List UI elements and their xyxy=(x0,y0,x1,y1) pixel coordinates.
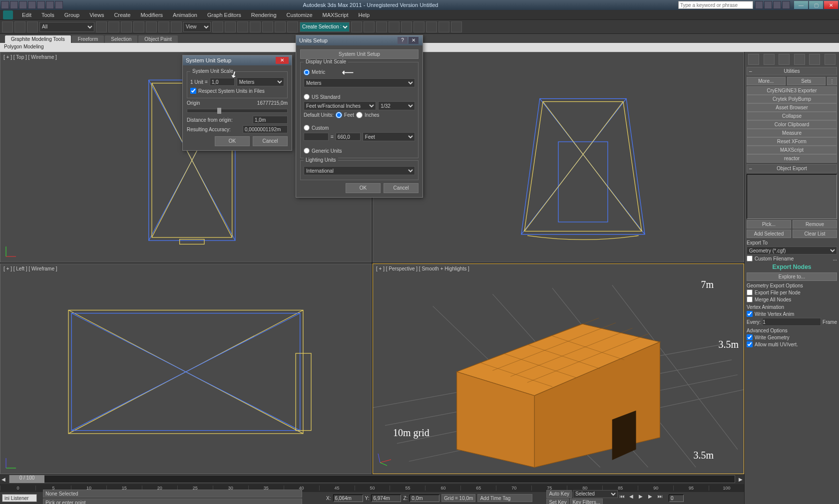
named-selection-dropdown[interactable]: Create Selection Se xyxy=(300,22,350,32)
nav-zoom-extents-icon[interactable] xyxy=(705,494,714,503)
units-dialog-help-button[interactable]: ? xyxy=(398,37,408,44)
cmd-display-icon[interactable] xyxy=(809,54,820,65)
coord-x[interactable]: 6,064m xyxy=(333,495,363,502)
util-color-clipboard[interactable]: Color Clipboard xyxy=(747,120,837,129)
curve-editor-icon[interactable] xyxy=(389,21,400,32)
tab-object-paint[interactable]: Object Paint xyxy=(138,35,177,43)
qat-new-icon[interactable] xyxy=(10,1,18,9)
menu-help[interactable]: Help xyxy=(355,11,374,19)
export-format-dropdown[interactable]: Geometry (*.cgf) xyxy=(747,247,837,254)
nav-orbit-icon[interactable] xyxy=(724,494,733,503)
rollout-object-export[interactable]: Object Export xyxy=(747,164,837,173)
cmd-create-icon[interactable] xyxy=(748,54,759,65)
mini-listener[interactable]: ini Listener xyxy=(2,494,37,502)
next-frame-icon[interactable]: ▶ xyxy=(648,494,657,503)
custom-unit-value-input[interactable] xyxy=(336,133,361,141)
util-reset-xform[interactable]: Reset XForm xyxy=(747,137,837,146)
export-nodes-button[interactable]: Export Nodes xyxy=(747,263,837,270)
util-reactor[interactable]: reactor xyxy=(747,154,837,163)
window-crossing-icon[interactable] xyxy=(133,21,144,32)
lock-selection-icon[interactable] xyxy=(304,494,313,503)
selection-filter-dropdown[interactable]: All xyxy=(39,22,94,32)
unit-type-dropdown[interactable]: Meters xyxy=(237,77,284,86)
default-inches-radio[interactable] xyxy=(356,112,363,118)
util-measure[interactable]: Measure xyxy=(747,129,837,137)
cmd-hierarchy-icon[interactable] xyxy=(779,54,790,65)
generic-units-radio[interactable] xyxy=(304,148,310,154)
select-region-icon[interactable] xyxy=(121,21,132,32)
snap-toggle-icon[interactable] xyxy=(250,21,261,32)
coord-y[interactable]: 6,974m xyxy=(371,495,401,502)
tab-selection[interactable]: Selection xyxy=(105,35,137,43)
util-maxscript[interactable]: MAXScript xyxy=(747,146,837,154)
goto-start-icon[interactable]: ⏮ xyxy=(620,494,629,503)
schematic-view-icon[interactable] xyxy=(401,21,412,32)
rotate-icon[interactable] xyxy=(158,21,169,32)
util-cryengine-exporter[interactable]: CryENGINE3 Exporter xyxy=(747,86,837,95)
time-slider[interactable]: ◀ 0 / 100 ▶ xyxy=(0,474,744,484)
cmd-modify-icon[interactable] xyxy=(764,54,775,65)
menu-tools[interactable]: Tools xyxy=(37,11,58,19)
menu-create[interactable]: Create xyxy=(110,11,134,19)
pick-button[interactable]: Pick... xyxy=(747,220,791,229)
explore-to-button[interactable]: Explore to... xyxy=(747,272,837,281)
app-menu-icon[interactable] xyxy=(1,1,9,9)
qat-save-icon[interactable] xyxy=(28,1,36,9)
metric-unit-dropdown[interactable]: Meters xyxy=(304,78,415,87)
move-icon[interactable] xyxy=(146,21,157,32)
help-icon[interactable] xyxy=(782,1,790,9)
key-target-dropdown[interactable]: Selected xyxy=(573,490,618,498)
current-frame-input[interactable]: 0 xyxy=(669,495,684,502)
maximize-button[interactable]: ▢ xyxy=(809,1,823,9)
system-unit-ok-button[interactable]: OK xyxy=(215,136,250,146)
clear-list-button[interactable]: Clear List xyxy=(793,230,837,238)
write-geometry-checkbox[interactable] xyxy=(747,334,753,340)
default-feet-radio[interactable] xyxy=(336,112,342,118)
menu-customize[interactable]: Customize xyxy=(283,11,317,19)
render-setup-icon[interactable] xyxy=(426,21,437,32)
units-dialog-titlebar[interactable]: Units Setup ? ✕ xyxy=(296,35,422,45)
tab-graphite[interactable]: Graphite Modeling Tools xyxy=(5,35,71,43)
lighting-units-dropdown[interactable]: International xyxy=(304,166,415,175)
us-unit-dropdown[interactable]: Feet w/Fractional Inches xyxy=(304,101,376,110)
system-unit-cancel-button[interactable]: Cancel xyxy=(253,136,288,146)
percent-snap-icon[interactable] xyxy=(275,21,286,32)
menu-views[interactable]: Views xyxy=(85,11,108,19)
rollout-utilities[interactable]: Utilities xyxy=(747,67,837,75)
util-crytek-polybump[interactable]: Crytek PolyBump xyxy=(747,95,837,103)
prompt-line[interactable]: Pick or enter point xyxy=(43,499,302,504)
app-logo-icon[interactable] xyxy=(3,10,13,19)
favorites-icon[interactable] xyxy=(773,1,781,9)
viewport-front[interactable] xyxy=(373,52,744,262)
qat-undo-icon[interactable] xyxy=(37,1,45,9)
add-selected-button[interactable]: Add Selected xyxy=(747,230,791,238)
infocenter-icon[interactable] xyxy=(755,1,763,9)
layers-icon[interactable] xyxy=(376,21,387,32)
scale-icon[interactable] xyxy=(171,21,182,32)
util-asset-browser[interactable]: Asset Browser xyxy=(747,103,837,112)
menu-maxscript[interactable]: MAXScript xyxy=(319,11,353,19)
link-icon[interactable] xyxy=(2,21,13,32)
unlink-icon[interactable] xyxy=(14,21,25,32)
merge-all-nodes-checkbox[interactable] xyxy=(747,296,753,302)
spinner-snap-icon[interactable] xyxy=(287,21,298,32)
keyboard-shortcut-icon[interactable] xyxy=(237,21,248,32)
time-slider-thumb[interactable]: 0 / 100 xyxy=(9,475,44,483)
menu-modifiers[interactable]: Modifiers xyxy=(136,11,167,19)
write-vertex-anim-checkbox[interactable] xyxy=(747,311,753,317)
select-name-icon[interactable] xyxy=(108,21,119,32)
angle-snap-icon[interactable] xyxy=(262,21,273,32)
select-icon[interactable] xyxy=(96,21,107,32)
menu-group[interactable]: Group xyxy=(60,11,84,19)
allow-multi-uv-checkbox[interactable] xyxy=(747,341,753,347)
subscription-icon[interactable] xyxy=(764,1,772,9)
export-node-list[interactable] xyxy=(747,174,837,219)
config-button[interactable]: ⋮ xyxy=(827,77,837,85)
units-cancel-button[interactable]: Cancel xyxy=(384,183,419,193)
auto-key-button[interactable]: Auto Key xyxy=(546,490,572,498)
set-key-button[interactable]: Set Key xyxy=(546,499,569,504)
align-icon[interactable] xyxy=(364,21,375,32)
close-button[interactable]: ✕ xyxy=(824,1,838,9)
absolute-transform-icon[interactable] xyxy=(315,494,324,503)
material-editor-icon[interactable] xyxy=(414,21,424,32)
